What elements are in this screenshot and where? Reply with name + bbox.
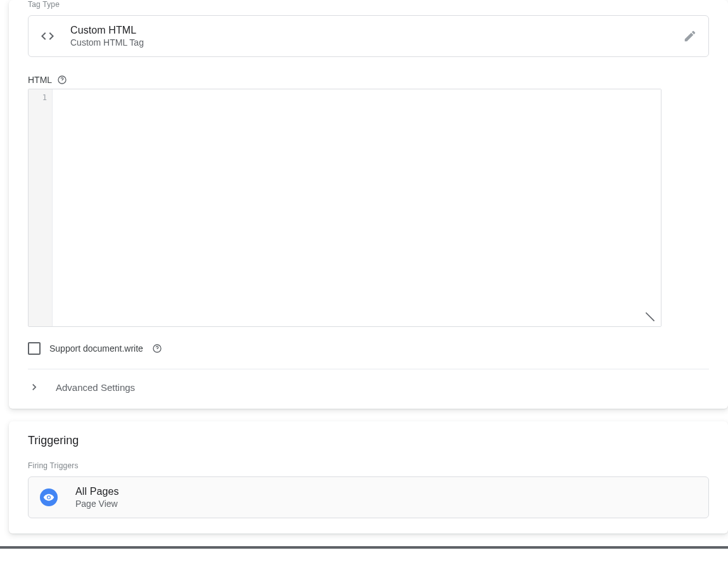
tag-type-title: Custom HTML bbox=[70, 25, 683, 36]
edit-pencil-icon[interactable] bbox=[683, 29, 697, 43]
svg-point-1 bbox=[62, 82, 63, 82]
chevron-right-icon bbox=[28, 381, 41, 393]
trigger-titles: All Pages Page View bbox=[75, 486, 697, 509]
editor-gutter: 1 bbox=[29, 89, 53, 326]
resize-handle-icon[interactable] bbox=[644, 311, 656, 322]
support-docwrite-label: Support document.write bbox=[49, 343, 143, 354]
tag-type-subtitle: Custom HTML Tag bbox=[70, 37, 683, 48]
advanced-settings-label: Advanced Settings bbox=[56, 382, 135, 393]
triggering-title: Triggering bbox=[28, 421, 709, 461]
html-code-textarea[interactable] bbox=[53, 89, 661, 326]
firing-triggers-label: Firing Triggers bbox=[28, 461, 709, 470]
help-icon[interactable] bbox=[152, 343, 162, 354]
trigger-subtitle: Page View bbox=[75, 499, 697, 509]
html-editor-label: HTML bbox=[28, 75, 52, 85]
eye-icon bbox=[43, 492, 54, 503]
trigger-type-badge bbox=[40, 488, 58, 506]
html-label-row: HTML bbox=[28, 75, 709, 85]
svg-point-3 bbox=[156, 350, 157, 351]
support-docwrite-row: Support document.write bbox=[28, 342, 709, 355]
tag-type-section-label: Tag Type bbox=[28, 0, 709, 9]
code-icon bbox=[40, 29, 55, 44]
triggering-card: Triggering Firing Triggers All Pages Pag… bbox=[9, 421, 728, 533]
firing-trigger-row[interactable]: All Pages Page View bbox=[28, 476, 709, 518]
help-icon[interactable] bbox=[57, 75, 67, 85]
tag-configuration-card: Tag Type Custom HTML Custom HTML Tag HTM… bbox=[9, 0, 728, 409]
tag-type-titles: Custom HTML Custom HTML Tag bbox=[70, 25, 683, 48]
html-code-editor[interactable]: 1 bbox=[28, 89, 661, 327]
window-bottom-bar bbox=[0, 546, 728, 549]
trigger-title: All Pages bbox=[75, 486, 697, 497]
divider bbox=[28, 369, 709, 369]
advanced-settings-toggle[interactable]: Advanced Settings bbox=[28, 381, 709, 393]
tag-type-selector-row[interactable]: Custom HTML Custom HTML Tag bbox=[28, 15, 709, 57]
support-docwrite-checkbox[interactable] bbox=[28, 342, 41, 355]
editor-line-number: 1 bbox=[29, 92, 52, 103]
